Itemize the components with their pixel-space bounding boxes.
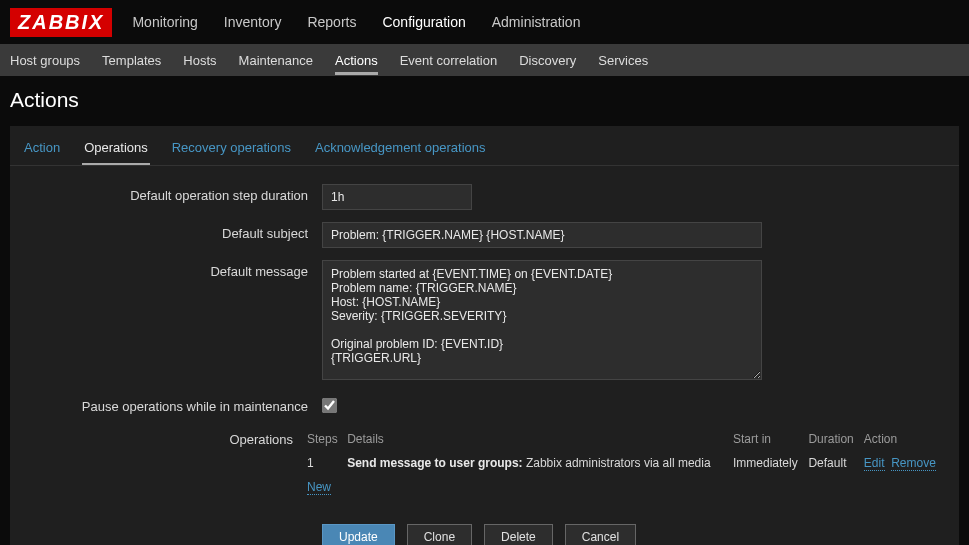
col-duration: Duration bbox=[808, 428, 863, 452]
nav-administration[interactable]: Administration bbox=[490, 2, 583, 42]
textarea-default-message[interactable]: Problem started at {EVENT.TIME} on {EVEN… bbox=[322, 260, 762, 380]
top-nav: Monitoring Inventory Reports Configurati… bbox=[130, 2, 582, 42]
subnav-event-correlation[interactable]: Event correlation bbox=[400, 46, 498, 75]
delete-button[interactable]: Delete bbox=[484, 524, 553, 545]
col-startin: Start in bbox=[733, 428, 808, 452]
clone-button[interactable]: Clone bbox=[407, 524, 472, 545]
label-operations: Operations bbox=[22, 428, 307, 447]
top-bar: ZABBIX Monitoring Inventory Reports Conf… bbox=[0, 0, 969, 44]
col-details: Details bbox=[347, 428, 733, 452]
operations-form: Default operation step duration Default … bbox=[10, 166, 959, 545]
remove-link[interactable]: Remove bbox=[891, 456, 936, 471]
label-pause: Pause operations while in maintenance bbox=[22, 395, 322, 414]
cell-steps: 1 bbox=[307, 452, 347, 476]
subnav-actions[interactable]: Actions bbox=[335, 46, 378, 75]
cell-duration: Default bbox=[808, 452, 863, 476]
subnav-templates[interactable]: Templates bbox=[102, 46, 161, 75]
label-step-duration: Default operation step duration bbox=[22, 184, 322, 203]
subnav-maintenance[interactable]: Maintenance bbox=[239, 46, 313, 75]
update-button[interactable]: Update bbox=[322, 524, 395, 545]
tab-action[interactable]: Action bbox=[22, 136, 62, 165]
tab-recovery-operations[interactable]: Recovery operations bbox=[170, 136, 293, 165]
nav-inventory[interactable]: Inventory bbox=[222, 2, 284, 42]
cell-action: Edit Remove bbox=[864, 452, 947, 476]
form-panel: Action Operations Recovery operations Ac… bbox=[10, 126, 959, 545]
details-rest: Zabbix administrators via all media bbox=[523, 456, 711, 470]
cell-startin: Immediately bbox=[733, 452, 808, 476]
col-action: Action bbox=[864, 428, 947, 452]
nav-monitoring[interactable]: Monitoring bbox=[130, 2, 199, 42]
nav-configuration[interactable]: Configuration bbox=[380, 2, 467, 42]
label-default-message: Default message bbox=[22, 260, 322, 279]
details-prefix: Send message to user groups: bbox=[347, 456, 522, 470]
form-tabs: Action Operations Recovery operations Ac… bbox=[10, 126, 959, 166]
page-title: Actions bbox=[0, 76, 969, 126]
button-row: Update Clone Delete Cancel bbox=[322, 512, 947, 545]
edit-link[interactable]: Edit bbox=[864, 456, 885, 471]
subnav-services[interactable]: Services bbox=[598, 46, 648, 75]
col-steps: Steps bbox=[307, 428, 347, 452]
sub-nav: Host groups Templates Hosts Maintenance … bbox=[0, 44, 969, 76]
logo: ZABBIX bbox=[10, 8, 112, 37]
tab-acknowledgement-operations[interactable]: Acknowledgement operations bbox=[313, 136, 488, 165]
tab-operations[interactable]: Operations bbox=[82, 136, 150, 165]
subnav-hosts[interactable]: Hosts bbox=[183, 46, 216, 75]
input-step-duration[interactable] bbox=[322, 184, 472, 210]
checkbox-pause[interactable] bbox=[322, 398, 337, 413]
new-operation-link[interactable]: New bbox=[307, 480, 331, 495]
nav-reports[interactable]: Reports bbox=[305, 2, 358, 42]
cancel-button[interactable]: Cancel bbox=[565, 524, 636, 545]
label-default-subject: Default subject bbox=[22, 222, 322, 241]
cell-details: Send message to user groups: Zabbix admi… bbox=[347, 452, 733, 476]
input-default-subject[interactable] bbox=[322, 222, 762, 248]
subnav-host-groups[interactable]: Host groups bbox=[10, 46, 80, 75]
table-row: 1 Send message to user groups: Zabbix ad… bbox=[307, 452, 947, 476]
subnav-discovery[interactable]: Discovery bbox=[519, 46, 576, 75]
operations-table: Steps Details Start in Duration Action 1… bbox=[307, 428, 947, 500]
